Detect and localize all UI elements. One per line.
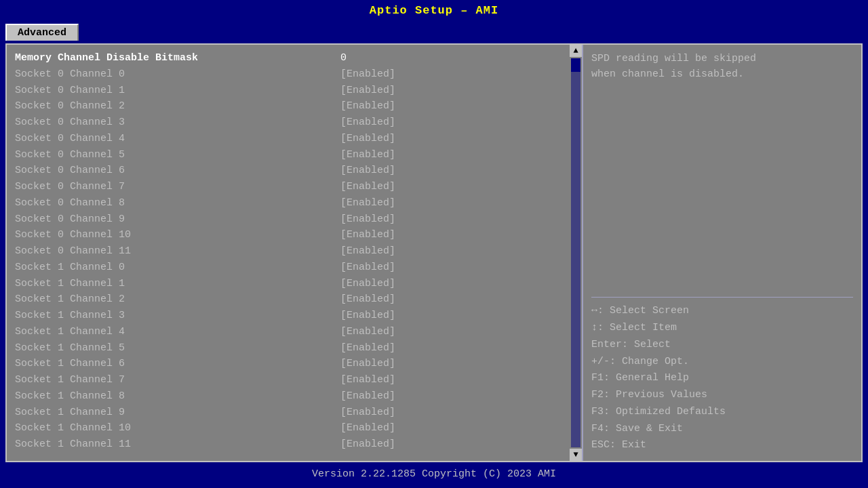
tab-advanced[interactable]: Advanced <box>5 24 79 41</box>
menu-item-name: Socket 1 Channel 7 <box>15 373 340 388</box>
menu-item-value: [Enabled] <box>340 341 395 356</box>
menu-item[interactable]: Socket 1 Channel 10[Enabled] <box>12 420 582 436</box>
key-legend-item: +/-: Change Opt. <box>591 354 853 371</box>
menu-item-name: Memory Channel Disable Bitmask <box>15 51 340 66</box>
menu-item-name: Socket 1 Channel 6 <box>15 357 340 371</box>
title-text: Aptio Setup – AMI <box>370 4 498 17</box>
menu-item-name: Socket 1 Channel 9 <box>15 405 340 420</box>
app-title: Aptio Setup – AMI <box>0 0 868 21</box>
key-legend-item: F4: Save & Exit <box>591 421 853 438</box>
menu-item-value: [Enabled] <box>340 163 395 178</box>
right-panel: SPD reading will be skipped when channel… <box>583 45 861 461</box>
menu-item-name: Socket 1 Channel 3 <box>15 308 340 323</box>
help-line-1: SPD reading will be skipped <box>591 52 853 67</box>
menu-item-name: Socket 1 Channel 4 <box>15 325 340 340</box>
scroll-track[interactable] <box>571 58 580 447</box>
menu-item-value: [Enabled] <box>340 308 395 323</box>
menu-item[interactable]: Socket 1 Channel 2[Enabled] <box>12 291 582 308</box>
key-legend-item: ↔: Select Screen <box>591 303 853 320</box>
menu-item-name: Socket 0 Channel 6 <box>15 163 340 178</box>
left-panel: Memory Channel Disable Bitmask0Socket 0 … <box>7 45 582 461</box>
menu-item[interactable]: Socket 0 Channel 5[Enabled] <box>12 147 582 163</box>
scroll-up-arrow[interactable]: ▲ <box>570 45 582 57</box>
help-divider <box>591 297 853 298</box>
menu-item[interactable]: Socket 1 Channel 8[Enabled] <box>12 388 582 405</box>
key-legend-item: ESC: Exit <box>591 437 853 454</box>
help-text: SPD reading will be skipped when channel… <box>591 52 853 291</box>
menu-item-value: [Enabled] <box>340 405 395 420</box>
menu-item-value: [Enabled] <box>340 131 395 146</box>
key-legend-item: F2: Previous Values <box>591 387 853 404</box>
tab-bar: Advanced <box>0 21 868 41</box>
menu-item[interactable]: Socket 1 Channel 7[Enabled] <box>12 372 582 388</box>
menu-item[interactable]: Socket 1 Channel 1[Enabled] <box>12 276 582 292</box>
menu-item-name: Socket 1 Channel 11 <box>15 437 340 452</box>
menu-item-value: [Enabled] <box>340 180 395 195</box>
menu-item[interactable]: Socket 1 Channel 6[Enabled] <box>12 356 582 372</box>
menu-item-name: Socket 0 Channel 0 <box>15 67 340 82</box>
menu-item-value: [Enabled] <box>340 212 395 227</box>
menu-item-value: [Enabled] <box>340 292 395 307</box>
help-line-2: when channel is disabled. <box>591 67 853 83</box>
menu-item[interactable]: Socket 1 Channel 5[Enabled] <box>12 340 582 357</box>
menu-item-value: 0 <box>340 51 347 66</box>
menu-item-value: [Enabled] <box>340 260 395 275</box>
menu-item[interactable]: Socket 1 Channel 3[Enabled] <box>12 308 582 324</box>
menu-item[interactable]: Socket 0 Channel 10[Enabled] <box>12 227 582 243</box>
menu-item[interactable]: Socket 1 Channel 9[Enabled] <box>12 405 582 421</box>
menu-item-value: [Enabled] <box>340 83 395 98</box>
menu-item[interactable]: Socket 0 Channel 9[Enabled] <box>12 211 582 228</box>
menu-item-value: [Enabled] <box>340 437 395 452</box>
menu-item[interactable]: Socket 0 Channel 2[Enabled] <box>12 98 582 115</box>
menu-item[interactable]: Socket 0 Channel 0[Enabled] <box>12 66 582 83</box>
menu-item-value: [Enabled] <box>340 115 395 130</box>
menu-item-value: [Enabled] <box>340 357 395 371</box>
menu-item-value: [Enabled] <box>340 99 395 114</box>
menu-item-name: Socket 1 Channel 5 <box>15 341 340 356</box>
key-legend-item: Enter: Select <box>591 337 853 354</box>
menu-item[interactable]: Socket 0 Channel 6[Enabled] <box>12 163 582 179</box>
menu-list: Memory Channel Disable Bitmask0Socket 0 … <box>12 50 582 453</box>
key-legend-item: ↕: Select Item <box>591 320 853 337</box>
key-legend-item: F3: Optimized Defaults <box>591 404 853 421</box>
menu-item-name: Socket 1 Channel 2 <box>15 292 340 307</box>
menu-item[interactable]: Socket 1 Channel 4[Enabled] <box>12 324 582 340</box>
scroll-thumb <box>571 58 580 72</box>
footer-text: Version 2.22.1285 Copyright (C) 2023 AMI <box>312 468 556 480</box>
menu-item-value: [Enabled] <box>340 67 395 82</box>
menu-item[interactable]: Socket 0 Channel 8[Enabled] <box>12 195 582 211</box>
scrollbar[interactable]: ▲ ▼ <box>570 45 582 461</box>
menu-item-name: Socket 0 Channel 4 <box>15 131 340 146</box>
menu-item-name: Socket 1 Channel 1 <box>15 277 340 291</box>
menu-item-value: [Enabled] <box>340 389 395 404</box>
menu-item-name: Socket 1 Channel 8 <box>15 389 340 404</box>
menu-item-value: [Enabled] <box>340 325 395 340</box>
menu-item[interactable]: Socket 1 Channel 11[Enabled] <box>12 436 582 453</box>
menu-item-value: [Enabled] <box>340 228 395 243</box>
main-content: Memory Channel Disable Bitmask0Socket 0 … <box>5 43 863 462</box>
key-legend: ↔: Select Screen↕: Select ItemEnter: Sel… <box>591 303 853 454</box>
menu-item-value: [Enabled] <box>340 148 395 163</box>
menu-item-name: Socket 1 Channel 10 <box>15 421 340 436</box>
menu-item-name: Socket 1 Channel 0 <box>15 260 340 275</box>
key-legend-item: F1: General Help <box>591 370 853 387</box>
menu-item[interactable]: Socket 0 Channel 1[Enabled] <box>12 83 582 99</box>
menu-item-name: Socket 0 Channel 2 <box>15 99 340 114</box>
scroll-down-arrow[interactable]: ▼ <box>570 449 582 461</box>
menu-item-value: [Enabled] <box>340 196 395 211</box>
menu-item-name: Socket 0 Channel 5 <box>15 148 340 163</box>
menu-item-value: [Enabled] <box>340 244 395 259</box>
menu-item[interactable]: Socket 0 Channel 7[Enabled] <box>12 179 582 195</box>
menu-item[interactable]: Memory Channel Disable Bitmask0 <box>12 50 582 66</box>
menu-item-value: [Enabled] <box>340 421 395 436</box>
menu-item[interactable]: Socket 0 Channel 4[Enabled] <box>12 131 582 147</box>
menu-item[interactable]: Socket 1 Channel 0[Enabled] <box>12 260 582 276</box>
menu-item[interactable]: Socket 0 Channel 3[Enabled] <box>12 115 582 131</box>
menu-item-name: Socket 0 Channel 3 <box>15 115 340 130</box>
menu-item-name: Socket 0 Channel 10 <box>15 228 340 243</box>
menu-item-name: Socket 0 Channel 9 <box>15 212 340 227</box>
footer: Version 2.22.1285 Copyright (C) 2023 AMI <box>0 465 868 483</box>
menu-item-name: Socket 0 Channel 7 <box>15 180 340 195</box>
menu-item[interactable]: Socket 0 Channel 11[Enabled] <box>12 243 582 260</box>
menu-item-name: Socket 0 Channel 11 <box>15 244 340 259</box>
